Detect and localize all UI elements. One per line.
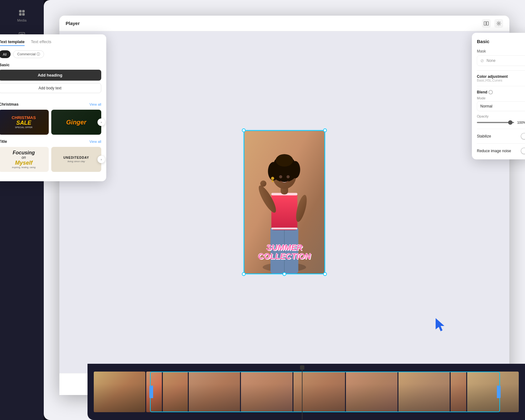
add-body-button[interactable]: Add body text [0,83,101,93]
frame-thumb-5 [241,372,292,412]
video-bg: SUMMER COLLECTION [244,131,324,273]
title-section: Title View all Focusing on Myself inspir… [0,139,101,172]
christmas-view-all[interactable]: View all [89,102,101,106]
basic-panel-title: Basic [477,39,489,44]
sidebar-item-media[interactable]: Media [0,6,44,25]
svg-rect-16 [487,22,488,25]
handle-br[interactable] [323,272,327,276]
player-title: Player [66,21,80,26]
opacity-slider-thumb[interactable] [508,120,512,125]
handle-tl[interactable] [242,128,246,132]
ginger-template[interactable]: Ginger [51,110,101,135]
reduce-noise-toggle-knob [521,148,525,154]
blend-label: Blend [477,90,525,94]
focusing-template[interactable]: Focusing on Myself inspiring, healing, c… [0,147,49,172]
divider-4 [477,143,525,144]
mask-row: Mask ⊘ None › [477,49,525,66]
opacity-slider-track[interactable] [477,122,514,123]
stabilize-toggle-knob [521,133,525,139]
unedited-template[interactable]: UNEDITEDDAY living since clay [51,147,101,172]
player-header: Player [59,16,509,31]
svg-rect-0 [19,10,22,12]
tab-text-template[interactable]: Text template [0,39,25,46]
stabilize-toggle[interactable] [521,133,525,140]
svg-point-38 [272,180,273,182]
player-canvas: SUMMER COLLECTION [59,31,509,373]
blend-section: Blend Mode Normal Opacity [477,90,525,125]
timeline-right-handle[interactable] [497,386,501,398]
tab-text-effects[interactable]: Text effects [31,39,52,46]
divider-1 [477,70,525,71]
opacity-slider-row: 100% ◇ [477,120,525,125]
player-header-icons [482,19,503,28]
mode-value: Normal [480,104,492,108]
reduce-noise-toggle[interactable] [521,148,525,154]
title-templates: Focusing on Myself inspiring, healing, c… [0,147,101,172]
color-adj-label: Color adjustment [477,74,508,79]
handle-tr[interactable] [323,128,327,132]
add-heading-button[interactable]: Add heading [0,70,101,81]
stabilize-label: Stabilize [477,134,491,138]
divider-3 [477,129,525,129]
frame-thumb-2 [146,372,162,412]
color-adj-sub: Basic,HSL,Curves [477,79,508,82]
christmas-sale-text: CHRISTMAS SALE SPECIAL OFFER [12,116,36,129]
title-view-all[interactable]: View all [89,140,101,143]
stabilize-row: Stabilize [477,133,525,140]
main-content: Player [44,0,525,420]
color-adj-row[interactable]: Color adjustment Basic,HSL,Curves › [477,74,525,82]
christmas-section-header: Christmas View all [0,102,101,107]
panel-tabs: Text template Text effects [0,39,101,46]
frame-thumb-3 [163,372,188,412]
mask-label: Mask [477,49,525,53]
blend-label-text: Blend [477,90,487,94]
blend-circle-icon [488,90,493,94]
color-adj-info: Color adjustment Basic,HSL,Curves [477,74,508,82]
settings-button[interactable] [494,19,503,28]
bottom-timeline [88,364,525,420]
mode-select[interactable]: Normal [477,101,525,111]
frame-thumb-8 [398,372,450,412]
christmas-scroll-right[interactable]: › [98,118,105,126]
christmas-sale-template[interactable]: CHRISTMAS SALE SPECIAL OFFER [0,110,49,135]
timeline-frames [94,372,519,412]
video-preview: SUMMER COLLECTION [244,130,325,274]
text-panel: Text template Text effects All Commercia… [0,34,106,181]
handle-bl[interactable] [242,272,246,276]
svg-rect-3 [22,13,25,16]
sidebar-item-media-label: Media [17,18,27,22]
svg-point-39 [260,181,267,187]
title-section-title: Title [0,139,7,144]
reduce-noise-label: Reduce image noise [477,149,511,153]
svg-point-34 [276,154,293,167]
unedited-text: UNEDITEDDAY living since clay [62,154,91,165]
basic-section-title: Basic [0,62,101,67]
playhead[interactable] [300,365,304,420]
cursor-indicator [436,318,447,332]
focusing-text: Focusing on Myself inspiring, healing, c… [12,150,36,168]
player-window: Player [59,16,509,395]
ginger-text: Ginger [66,119,86,126]
video-container: SUMMER COLLECTION [244,130,325,274]
split-view-button[interactable] [482,19,491,28]
christmas-templates: CHRISTMAS SALE SPECIAL OFFER Ginger › [0,110,101,135]
title-scroll-right[interactable]: › [98,156,105,163]
divider-2 [477,86,525,86]
title-section-header: Title View all [0,139,101,144]
basic-panel: Basic ✕ Mask ⊘ None › [472,33,525,159]
svg-point-36 [287,175,290,178]
reduce-noise-row: Reduce image noise [477,148,525,154]
svg-point-17 [498,22,500,24]
opacity-value: 100% [517,121,525,124]
basic-panel-header: Basic ✕ [477,38,525,45]
filter-commercial[interactable]: Commercial ⓘ [13,50,44,58]
svg-rect-15 [484,22,486,25]
svg-rect-25 [271,228,297,229]
media-icon [18,9,25,17]
handle-b[interactable] [282,272,286,276]
timeline-left-handle[interactable] [149,386,153,398]
mask-selector[interactable]: ⊘ None › [477,55,525,66]
christmas-section-title: Christmas [0,102,19,107]
mask-value: None [487,58,496,63]
filter-all[interactable]: All [0,50,11,58]
